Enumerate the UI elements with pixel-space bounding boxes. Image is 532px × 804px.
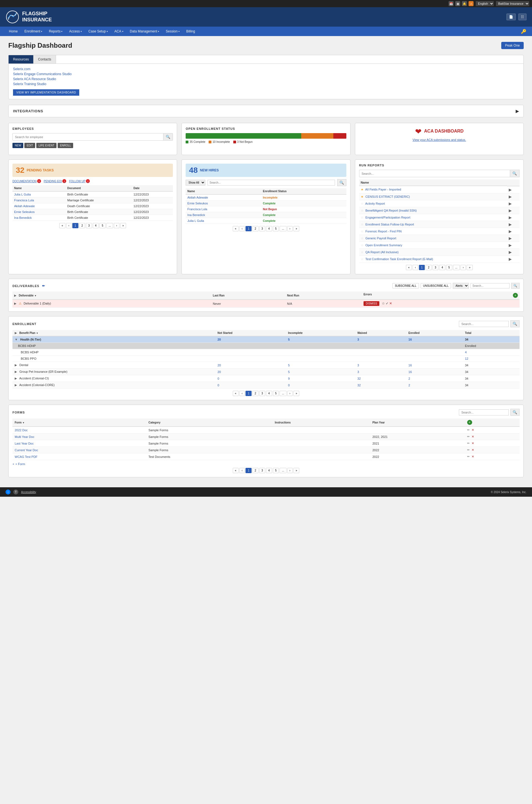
- nh-page-5[interactable]: 5: [273, 226, 279, 231]
- form-name-link[interactable]: 2022 Doc: [15, 428, 28, 432]
- forms-page-3[interactable]: 3: [259, 468, 265, 473]
- star-toggle[interactable]: ☆: [361, 223, 363, 226]
- nh-name-link[interactable]: Ina Benedick: [187, 213, 205, 217]
- acci-ci-incomplete[interactable]: 9: [286, 375, 355, 382]
- rr-page-2[interactable]: 2: [425, 265, 432, 270]
- nh-page-2[interactable]: 2: [252, 226, 259, 231]
- nav-access[interactable]: Access ▾: [66, 26, 85, 36]
- company-select[interactable]: BattStar Insurance: [496, 1, 529, 6]
- pet-waived[interactable]: 3: [355, 369, 406, 375]
- integrations-expand-icon[interactable]: ▶: [516, 108, 519, 114]
- enr-page-last[interactable]: »: [293, 391, 300, 396]
- acci-ci-enrolled[interactable]: 2: [406, 375, 463, 382]
- enr-page-ellipsis[interactable]: ...: [280, 391, 286, 396]
- star-toggle[interactable]: ☆: [361, 209, 363, 212]
- forms-page-prev[interactable]: ‹: [240, 468, 245, 473]
- enroll-button[interactable]: ENROLL: [58, 143, 73, 148]
- star-toggle[interactable]: ☆: [361, 251, 363, 254]
- nh-page-first[interactable]: «: [233, 226, 239, 231]
- page-2[interactable]: 2: [79, 223, 86, 228]
- nh-page-1[interactable]: 1: [246, 226, 252, 231]
- enr-page-prev[interactable]: ‹: [240, 391, 245, 396]
- nav-reports[interactable]: Reports ▾: [45, 26, 66, 36]
- enr-page-4[interactable]: 4: [266, 391, 272, 396]
- run-report-icon[interactable]: ▶: [509, 195, 512, 199]
- dental-notstarted[interactable]: 20: [215, 362, 286, 369]
- rr-page-3[interactable]: 3: [433, 265, 439, 270]
- grid-btn[interactable]: ☷: [518, 14, 527, 20]
- enr-page-1[interactable]: 1: [246, 391, 252, 396]
- life-event-button[interactable]: LIFE EVENT: [36, 143, 57, 148]
- form-edit-icon[interactable]: ✏: [467, 428, 470, 432]
- bell-icon[interactable]: 🔔: [462, 1, 467, 6]
- star-toggle[interactable]: ☆: [361, 230, 363, 233]
- enr-page-next[interactable]: ›: [287, 391, 292, 396]
- star-toggle[interactable]: ★: [361, 188, 363, 191]
- alert-icon[interactable]: ⚠: [469, 1, 474, 6]
- new-employee-button[interactable]: NEW: [13, 143, 23, 148]
- rr-page-first[interactable]: «: [406, 265, 412, 270]
- rr-page-ellipsis[interactable]: ...: [453, 265, 460, 270]
- form-name-link[interactable]: Last Year Doc: [15, 442, 34, 445]
- tab-contacts[interactable]: Contacts: [34, 55, 56, 63]
- acci-ci-notstarted[interactable]: 0: [215, 375, 286, 382]
- run-reports-search-btn[interactable]: 🔍: [510, 170, 519, 177]
- alerts-select[interactable]: Alerts: [453, 283, 469, 289]
- group-enrolled[interactable]: 16: [406, 336, 463, 343]
- pt-name-link[interactable]: Ina Benedick: [14, 216, 32, 219]
- form-name-link[interactable]: Current Year Doc: [15, 449, 38, 452]
- forms-page-last[interactable]: »: [293, 468, 300, 473]
- pet-incomplete[interactable]: 5: [286, 369, 355, 375]
- expand-all-icon[interactable]: ▶: [15, 331, 17, 334]
- forms-page-next[interactable]: ›: [287, 468, 292, 473]
- nh-page-3[interactable]: 3: [259, 226, 265, 231]
- enr-page-2[interactable]: 2: [252, 391, 259, 396]
- rr-name-link[interactable]: Activity Report: [365, 202, 385, 205]
- form-edit-icon[interactable]: ✏: [467, 435, 470, 438]
- nav-session[interactable]: Session ▾: [163, 26, 183, 36]
- enrollment-search-btn[interactable]: 🔍: [510, 320, 519, 327]
- star-icon[interactable]: ☆: [382, 302, 385, 305]
- acci-core-enrolled[interactable]: 2: [406, 382, 463, 388]
- star-toggle[interactable]: ☆: [361, 202, 363, 205]
- rr-name-link[interactable]: QA Report (All Inclusive): [365, 251, 399, 254]
- page-4[interactable]: 4: [93, 223, 99, 228]
- form-delete-icon[interactable]: ✕: [472, 441, 474, 445]
- resources-link-2[interactable]: Selerix Engage Communications Studio: [13, 72, 519, 76]
- language-select[interactable]: English: [476, 1, 494, 6]
- pt-name-link[interactable]: Ernie Seleukos: [14, 210, 35, 214]
- acci-core-notstarted[interactable]: 0: [215, 382, 286, 388]
- nh-page-ellipsis[interactable]: ...: [280, 226, 286, 231]
- rr-name-link[interactable]: All Fields Payer - Imported: [365, 188, 401, 191]
- page-5[interactable]: 5: [99, 223, 106, 228]
- peak-one-button[interactable]: Peak One: [501, 42, 524, 49]
- forms-page-5[interactable]: 5: [273, 468, 279, 473]
- edit-employee-button[interactable]: EDIT: [24, 143, 35, 148]
- acci-core-expand-icon[interactable]: ▶: [15, 383, 17, 387]
- nh-name-link[interactable]: Ernie Seleukos: [187, 202, 208, 205]
- ppo-enrolled[interactable]: 12: [463, 355, 519, 362]
- nh-page-next[interactable]: ›: [287, 226, 292, 231]
- employee-search-button[interactable]: 🔍: [164, 133, 173, 141]
- star-toggle[interactable]: ☆: [361, 237, 363, 240]
- dental-waived[interactable]: 3: [355, 362, 406, 369]
- deliverables-search[interactable]: [471, 283, 510, 289]
- forms-search[interactable]: [459, 409, 509, 416]
- rr-name-link[interactable]: Open Enrollment Summary: [365, 243, 402, 247]
- run-report-icon[interactable]: ▶: [509, 208, 512, 213]
- pet-expand-icon[interactable]: ▶: [15, 370, 17, 373]
- forms-page-1[interactable]: 1: [246, 468, 252, 473]
- deliverable-expand-icon[interactable]: ▶: [14, 294, 16, 297]
- nh-page-prev[interactable]: ‹: [240, 226, 245, 231]
- tab-resources[interactable]: Resources: [8, 55, 34, 63]
- rr-name-link[interactable]: Generic Payroll Report: [365, 237, 396, 240]
- form-delete-icon[interactable]: ✕: [472, 435, 474, 438]
- form-edit-icon[interactable]: ✏: [467, 441, 470, 445]
- form-edit-icon[interactable]: ✏: [467, 455, 470, 458]
- deliverables-search-btn[interactable]: 🔍: [511, 283, 519, 289]
- acci-ci-waived[interactable]: 32: [355, 375, 406, 382]
- del-close-icon[interactable]: ✕: [389, 302, 392, 305]
- rr-page-last[interactable]: »: [467, 265, 473, 270]
- pet-enrolled[interactable]: 16: [406, 369, 463, 375]
- run-report-icon[interactable]: ▶: [509, 250, 512, 254]
